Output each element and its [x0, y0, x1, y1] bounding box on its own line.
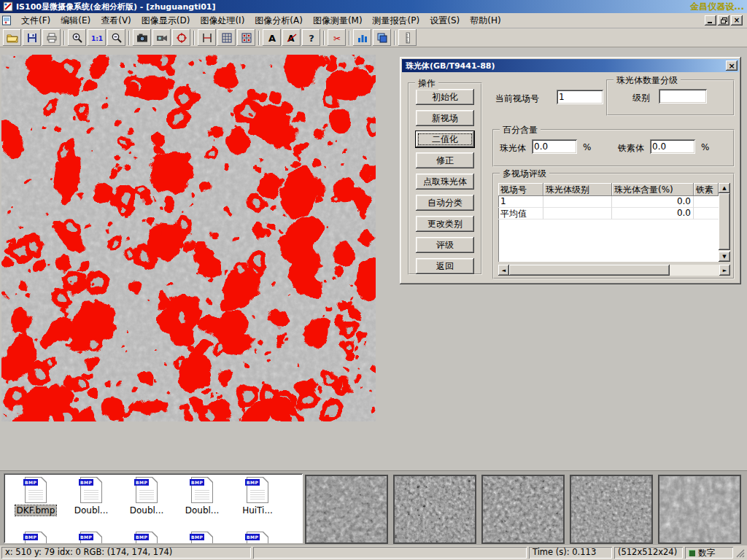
file-item-1[interactable]: BMPDKF.bmp — [8, 477, 63, 516]
horizontal-scroll-thumb[interactable] — [509, 265, 670, 276]
zoom-in-icon — [71, 32, 83, 44]
ferrite-label: 铁素体 — [618, 142, 644, 155]
font-ax-icon: A — [286, 32, 298, 44]
dialog-title-bar[interactable]: 珠光体(GB/T9441-88) × — [402, 59, 739, 72]
toolbar-target-button[interactable] — [172, 29, 190, 46]
file-item-2[interactable]: BMPDoubl... — [63, 477, 119, 516]
count-icon — [241, 32, 252, 44]
toolbar-layers-button[interactable] — [373, 29, 391, 46]
mdi-restore-button[interactable] — [718, 15, 729, 26]
scroll-down-button[interactable]: ▼ — [719, 252, 730, 262]
dialog-op-button-6[interactable]: 自动分类 — [416, 195, 474, 211]
dialog-op-button-5[interactable]: 点取珠光体 — [416, 174, 474, 190]
file-item-5[interactable]: BMPHuiTi... — [230, 477, 285, 516]
menu-item-3[interactable]: 查看(V) — [96, 13, 136, 28]
file-preview-lines — [195, 489, 209, 499]
file-item-partial-2[interactable]: BMP — [63, 532, 119, 543]
thumbnail-2[interactable] — [393, 475, 476, 544]
scroll-up-button[interactable]: ▲ — [719, 183, 730, 193]
table-cell — [694, 196, 719, 208]
table-row-2[interactable]: 平均值0.0 — [498, 208, 719, 219]
ferrite-percent-input[interactable] — [650, 139, 695, 154]
toolbar-chart-button[interactable] — [353, 29, 371, 46]
table-header-2[interactable]: 珠光体级别 — [543, 183, 612, 196]
current-field-input[interactable] — [557, 90, 603, 104]
toolbar-separator — [349, 31, 350, 45]
app-icon — [3, 1, 13, 12]
mdi-close-button[interactable]: × — [731, 15, 743, 26]
dialog-op-button-1[interactable]: 初始化 — [416, 89, 474, 105]
multifield-table: 视场号珠光体级别珠光体含量(%)铁素 10.0平均值0.0 — [498, 183, 719, 262]
file-item-partial-5[interactable]: BMP — [230, 532, 285, 543]
menu-item-6[interactable]: 图像分析(A) — [249, 13, 308, 28]
toolbar-font-a-button[interactable]: A — [263, 29, 281, 46]
metallographic-image[interactable] — [1, 55, 376, 421]
menu-item-7[interactable]: 图像测量(M) — [308, 13, 368, 28]
toolbar-zoom-out-button[interactable] — [107, 29, 125, 46]
table-horizontal-scrollbar[interactable]: ◄ ► — [498, 265, 730, 276]
file-item-partial-1[interactable]: BMP — [8, 532, 63, 543]
toolbar-video-button[interactable] — [152, 29, 171, 46]
menu-item-8[interactable]: 测量报告(P) — [368, 13, 425, 28]
file-item-4[interactable]: BMPDoubl... — [174, 477, 230, 516]
menu-item-4[interactable]: 图像显示(D) — [136, 13, 196, 28]
menu-item-2[interactable]: 编辑(E) — [55, 13, 96, 28]
table-row-1[interactable]: 10.0 — [498, 196, 719, 208]
menu-item-5[interactable]: 图像处理(I) — [195, 13, 249, 28]
bmp-file-icon: BMP — [136, 532, 158, 543]
vertical-scroll-thumb[interactable] — [719, 193, 730, 250]
dialog-op-button-9[interactable]: 返回 — [416, 258, 474, 274]
resize-grip[interactable] — [735, 547, 746, 559]
grade-input[interactable] — [659, 89, 707, 104]
count-grade-group: 珠光体数量分级 级别 — [606, 79, 735, 116]
child-document-icon[interactable] — [1, 15, 13, 26]
dialog-op-button-2[interactable]: 新视场 — [416, 110, 474, 126]
vertical-scroll-track[interactable] — [719, 193, 730, 252]
toolbar-zoom-in-button[interactable] — [68, 29, 86, 46]
file-item-partial-3[interactable]: BMP — [119, 532, 174, 543]
brand-text: 金昌仪器设... — [690, 1, 744, 13]
thumbnail-3[interactable] — [481, 475, 565, 544]
table-header-4[interactable]: 铁素 — [694, 183, 719, 196]
scroll-left-button[interactable]: ◄ — [498, 265, 509, 276]
toolbar-one-to-one-button[interactable]: 1:1 — [88, 29, 106, 46]
bmp-file-icon: BMP — [80, 477, 102, 503]
thumbnail-5[interactable] — [658, 475, 741, 544]
horizontal-scroll-track[interactable] — [670, 265, 719, 276]
toolbar-grid-button[interactable] — [217, 29, 236, 46]
dialog-op-button-7[interactable]: 更改类别 — [416, 216, 474, 232]
file-item-partial-4[interactable]: BMP — [174, 532, 230, 543]
bmp-file-icon: BMP — [247, 477, 268, 503]
arrow-up-icon: ▲ — [722, 185, 726, 191]
menu-item-1[interactable]: 文件(F) — [16, 13, 55, 28]
thumbnail-1[interactable] — [305, 475, 388, 544]
toolbar-open-button[interactable] — [3, 29, 21, 46]
toolbar-count-button[interactable] — [237, 29, 255, 46]
toolbar-ruler-button[interactable] — [398, 29, 417, 46]
thumbnail-4[interactable] — [570, 475, 653, 544]
menu-bar: 文件(F)编辑(E)查看(V)图像显示(D)图像处理(I)图像分析(A)图像测量… — [0, 13, 747, 28]
menu-item-10[interactable]: 帮助(H) — [465, 13, 506, 28]
toolbar-caliper-button[interactable] — [198, 29, 216, 46]
dialog-body: 操作 初始化新视场二值化修正点取珠光体自动分类更改类别评级返回 当前视场号 珠光… — [402, 72, 739, 280]
toolbar-scissors-button[interactable]: ✂ — [328, 29, 346, 46]
grid-icon — [221, 32, 233, 44]
table-vertical-scrollbar[interactable]: ▲ ▼ — [719, 183, 730, 262]
toolbar-font-ax-button[interactable]: A — [282, 29, 301, 46]
file-item-3[interactable]: BMPDoubl... — [119, 477, 174, 516]
table-header-3[interactable]: 珠光体含量(%) — [612, 183, 694, 196]
toolbar-camera-button[interactable] — [133, 29, 151, 46]
dialog-op-button-8[interactable]: 评级 — [416, 237, 474, 253]
mdi-minimize-button[interactable] — [705, 15, 716, 26]
menu-item-9[interactable]: 设置(S) — [425, 13, 465, 28]
dialog-op-button-4[interactable]: 修正 — [416, 152, 474, 168]
page-fold — [152, 477, 158, 482]
toolbar-print-button[interactable] — [42, 29, 61, 46]
table-header-1[interactable]: 视场号 — [498, 183, 543, 196]
toolbar-help-button[interactable]: ? — [302, 29, 320, 46]
dialog-op-button-3[interactable]: 二值化 — [416, 131, 474, 147]
toolbar-save-button[interactable] — [23, 29, 41, 46]
dialog-close-button[interactable]: × — [726, 61, 738, 71]
pearlite-percent-input[interactable] — [532, 139, 577, 154]
scroll-right-button[interactable]: ► — [719, 265, 730, 276]
